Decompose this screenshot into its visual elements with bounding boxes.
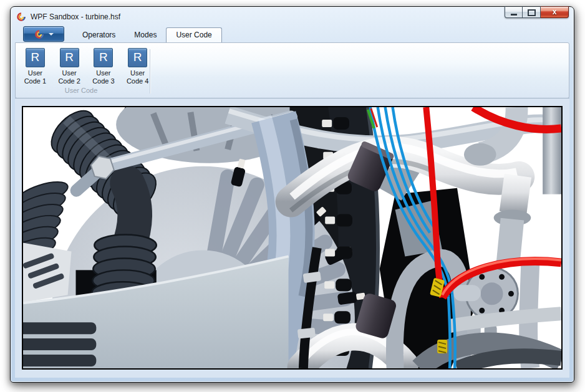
close-button[interactable]: x (541, 6, 569, 18)
user-code-1-label: User Code 1 (24, 69, 46, 85)
client-area (15, 98, 569, 378)
titlebar[interactable]: WPF Sandbox - turbine.hsf (11, 7, 574, 26)
tab-user-code[interactable]: User Code (166, 27, 221, 43)
turbine-render[interactable] (23, 107, 561, 368)
user-code-2-button[interactable]: R User Code 2 (57, 48, 82, 85)
group-label: User Code (19, 87, 143, 94)
user-code-3-icon: R (94, 48, 113, 67)
group-separator (150, 49, 150, 93)
tab-operators[interactable]: Operators (73, 28, 125, 42)
ribbon-panel: R User Code 1 R User Code 2 R (15, 42, 569, 98)
minimize-icon (511, 14, 517, 16)
user-code-1-button[interactable]: R User Code 1 (23, 48, 47, 85)
app-icon (16, 12, 26, 22)
maximize-button[interactable] (523, 6, 541, 18)
user-code-1-icon: R (26, 48, 45, 67)
chevron-down-icon (49, 33, 54, 36)
close-icon: x (553, 7, 557, 17)
window-controls: x (505, 6, 569, 18)
user-code-2-icon: R (60, 48, 79, 67)
application-menu-button[interactable] (23, 26, 64, 42)
user-code-2-label: User Code 2 (58, 69, 80, 85)
maximize-icon (528, 9, 536, 16)
ribbon-tab-row: Operators Modes User Code (15, 27, 569, 42)
ribbon-buttons-row: R User Code 1 R User Code 2 R (19, 45, 150, 85)
swirl-logo-icon (34, 29, 44, 39)
viewport-3d[interactable] (22, 106, 563, 370)
user-code-4-label: User Code 4 (127, 69, 148, 85)
app-window: WPF Sandbox - turbine.hsf x Operator (10, 6, 574, 383)
ribbon-group-user-code: R User Code 1 R User Code 2 R (19, 45, 150, 96)
window-title: WPF Sandbox - turbine.hsf (31, 12, 120, 21)
minimize-button[interactable] (505, 6, 523, 18)
user-code-4-icon: R (128, 48, 147, 67)
user-code-4-button[interactable]: R User Code 4 (125, 48, 150, 85)
tab-modes[interactable]: Modes (125, 28, 166, 42)
user-code-3-label: User Code 3 (92, 69, 114, 85)
user-code-3-button[interactable]: R User Code 3 (92, 48, 116, 85)
